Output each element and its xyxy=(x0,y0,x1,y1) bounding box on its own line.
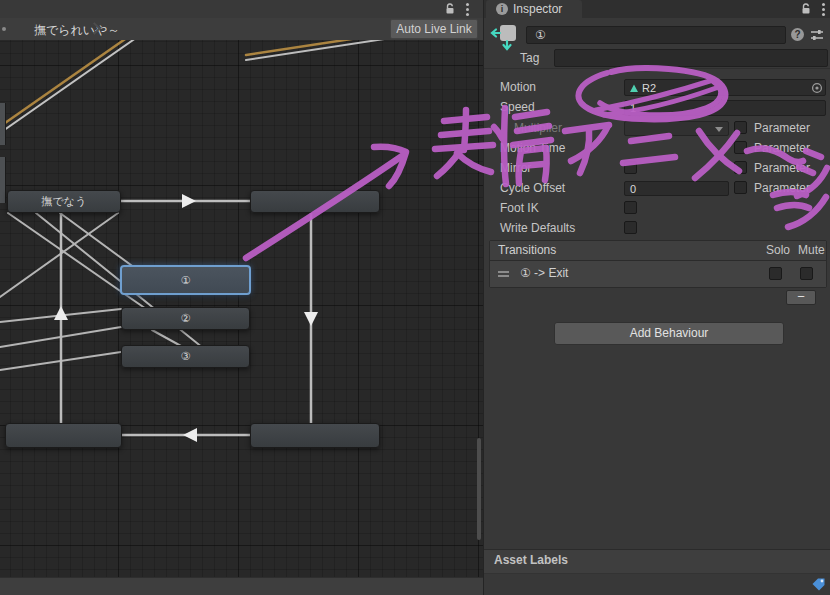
canvas-vertical-scrollbar[interactable] xyxy=(477,438,481,540)
state-node-label: ③ xyxy=(181,350,191,363)
node-fragment[interactable] xyxy=(0,157,6,203)
auto-live-link-button[interactable]: Auto Live Link xyxy=(390,19,478,39)
mirror-parameter-checkbox[interactable] xyxy=(734,161,747,174)
write-defaults-checkbox[interactable] xyxy=(624,221,637,234)
info-icon xyxy=(496,3,508,15)
state-node-bottom-left[interactable] xyxy=(5,423,122,448)
tab-inspector-label: Inspector xyxy=(513,2,562,16)
asset-label-tag-icon[interactable] xyxy=(811,577,826,592)
remove-transition-button[interactable]: − xyxy=(786,290,816,305)
state-node-label: ① xyxy=(181,274,191,287)
solo-column-label: Solo xyxy=(766,243,790,257)
mute-checkbox[interactable] xyxy=(800,267,813,280)
transitions-title: Transitions xyxy=(498,243,556,257)
foot-ik-checkbox[interactable] xyxy=(624,201,637,214)
animation-clip-icon xyxy=(629,83,639,93)
parameter-label: Parameter xyxy=(754,161,810,175)
motion-value: R2 xyxy=(642,82,656,94)
multiplier-dropdown[interactable] xyxy=(624,121,729,136)
node-fragment[interactable] xyxy=(0,103,6,145)
tag-label: Tag xyxy=(520,51,539,65)
state-node-3[interactable]: ③ xyxy=(121,345,250,368)
motion-time-parameter-checkbox[interactable] xyxy=(734,141,747,154)
solo-checkbox[interactable] xyxy=(769,267,782,280)
motion-time-label: Motion Time xyxy=(500,141,565,155)
window-menu-icon[interactable] xyxy=(466,8,469,11)
animator-state-icon xyxy=(490,22,520,52)
write-defaults-label: Write Defaults xyxy=(500,221,575,235)
add-behaviour-button[interactable]: Add Behaviour xyxy=(554,322,784,345)
cycle-offset-parameter-checkbox[interactable] xyxy=(734,181,747,194)
cycle-offset-field[interactable]: 0 xyxy=(624,181,729,196)
breadcrumb: 撫でられいや～ Auto Live Link xyxy=(0,18,483,41)
multiplier-label: Multiplier xyxy=(514,121,562,135)
inspector-tabbar: Inspector xyxy=(484,0,830,18)
animator-titlebar xyxy=(0,0,483,19)
help-icon[interactable] xyxy=(791,28,804,41)
animator-statusbar: ろ_01/nade_＋controller xyxy=(0,577,483,595)
state-node-2[interactable]: ② xyxy=(121,307,250,330)
speed-field[interactable]: 1 xyxy=(624,100,826,116)
inspector-panel: Inspector ① Tag Motion R2 xyxy=(483,0,830,595)
breadcrumb-scroll-dot xyxy=(2,27,6,31)
breadcrumb-layer-label[interactable]: 撫でられいや～ xyxy=(34,22,119,39)
motion-label: Motion xyxy=(500,80,536,94)
mirror-label: Mirror xyxy=(500,161,531,175)
parameter-label: Parameter xyxy=(754,121,810,135)
parameter-label: Parameter xyxy=(754,181,810,195)
parameter-label: Parameter xyxy=(754,141,810,155)
asset-labels-title: Asset Labels xyxy=(494,553,568,567)
object-picker-icon[interactable] xyxy=(811,82,823,94)
asset-labels-section[interactable]: Asset Labels xyxy=(484,549,830,574)
state-node-bottom-right[interactable] xyxy=(250,423,380,448)
unlock-icon[interactable] xyxy=(444,3,456,15)
animator-panel: 撫でられいや～ Auto Live Link xyxy=(0,0,483,595)
multiplier-parameter-checkbox[interactable] xyxy=(734,121,747,134)
state-node-label: ② xyxy=(181,312,191,325)
tab-inspector[interactable]: Inspector xyxy=(486,0,582,18)
drag-handle-icon[interactable] xyxy=(498,271,509,273)
state-node-label: 撫でなう xyxy=(42,194,87,209)
window-menu-icon[interactable] xyxy=(822,8,825,11)
inspector-header: ① Tag xyxy=(484,18,830,69)
state-name-field[interactable]: ① xyxy=(526,26,786,44)
transitions-list: Transitions Solo Mute ① -> Exit xyxy=(489,240,827,288)
foot-ik-label: Foot IK xyxy=(500,201,539,215)
state-machine-canvas[interactable]: 撫でなう ① ② ③ xyxy=(0,40,483,577)
state-node-1-selected[interactable]: ① xyxy=(120,265,251,295)
transitions-header: Transitions Solo Mute xyxy=(490,241,826,261)
mirror-checkbox[interactable] xyxy=(624,161,637,174)
presets-icon[interactable] xyxy=(810,28,824,42)
transition-row[interactable]: ① -> Exit xyxy=(490,261,826,287)
tag-field[interactable] xyxy=(554,49,828,67)
speed-label: Speed xyxy=(500,100,535,114)
state-node-nade[interactable]: 撫でなう xyxy=(7,190,121,213)
unlock-icon[interactable] xyxy=(800,3,812,15)
motion-object-field[interactable]: R2 xyxy=(624,79,826,96)
mute-column-label: Mute xyxy=(798,243,825,257)
transition-row-label: ① -> Exit xyxy=(520,266,568,280)
state-node-top-right[interactable] xyxy=(250,190,380,213)
cycle-offset-label: Cycle Offset xyxy=(500,181,565,195)
dropdown-arrow-icon xyxy=(715,127,723,132)
